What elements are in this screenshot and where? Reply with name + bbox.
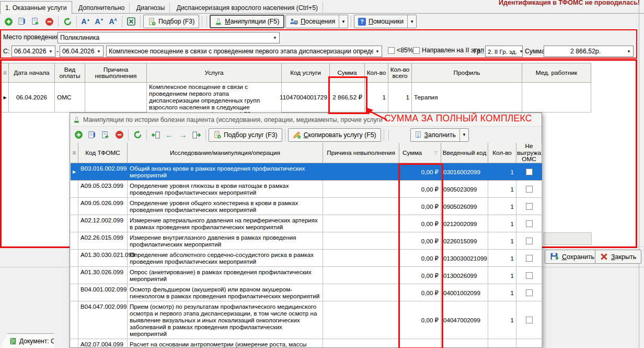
refresh-icon[interactable] xyxy=(131,129,144,141)
cell-reason[interactable] xyxy=(323,198,399,215)
chevron-down-icon[interactable]: ▼ xyxy=(373,49,380,54)
cell-reason[interactable] xyxy=(323,339,399,347)
chevron-down-icon[interactable]: ▼ xyxy=(625,49,631,54)
cell-entered-code[interactable]: 0212002099 xyxy=(441,215,488,232)
cell-tfoms-code[interactable]: A01.30.030.021.099 xyxy=(78,250,128,267)
service-combobox[interactable]: Комплексное посещение в связи с проведен… xyxy=(106,46,382,57)
cell-entered-code[interactable]: 04047002099 xyxy=(441,301,488,339)
cell-name[interactable]: Измерение артериального давления на пери… xyxy=(128,215,323,232)
save-icon[interactable] xyxy=(29,15,42,28)
cell-name[interactable]: Осмотр фельдшером (акушеркой) или врачом… xyxy=(128,284,323,301)
cell-qty[interactable]: 1 xyxy=(488,301,516,339)
cell-sum[interactable]: 0,00 ₽ xyxy=(399,301,441,339)
cell-code[interactable]: 11047004001729 xyxy=(282,83,330,113)
cell-name[interactable]: Определение уровня общего холестерина в … xyxy=(128,198,323,215)
cell-tfoms-code[interactable]: A01.30.026.099 xyxy=(78,267,128,284)
manipulation-row[interactable]: A01.30.030.021.099 Определение абсолютно… xyxy=(71,250,542,267)
col-header-date[interactable]: Дата начала xyxy=(9,63,55,83)
manipulation-row[interactable]: A09.05.026.099 Определение уровня общего… xyxy=(71,198,542,215)
tab-additional[interactable]: Дополнительно xyxy=(74,2,130,14)
oms-flag-checkbox[interactable] xyxy=(526,255,533,262)
date-from-picker[interactable]: 06.04.2026 ▼ xyxy=(12,46,55,57)
helpers-button[interactable]: ? Помощники xyxy=(354,15,407,28)
manipulation-row[interactable]: A02.07.004.099 Расчет на основании антро… xyxy=(71,339,542,347)
fill-dropdown-arrow[interactable]: ▼ xyxy=(459,129,468,141)
visits-button[interactable]: Посещения xyxy=(286,15,339,28)
cell-sum[interactable]: 0,00 ₽ xyxy=(399,284,441,301)
cell-reason[interactable] xyxy=(323,267,399,284)
cell-qty[interactable]: 1 xyxy=(488,198,516,215)
cell-tfoms-code[interactable]: A02.12.002.099 xyxy=(78,215,128,232)
copy-icon[interactable] xyxy=(16,15,28,28)
cell-reason[interactable] xyxy=(323,301,399,339)
cell-name[interactable]: Определение абсолютного сердечно-сосудис… xyxy=(128,250,323,267)
cell-reason[interactable] xyxy=(323,181,399,198)
oms-flag-checkbox[interactable] xyxy=(526,289,533,296)
save-button[interactable]: Сохранить xyxy=(545,250,600,264)
copy-icon[interactable] xyxy=(86,129,98,141)
tab-diagnoses[interactable]: Диагнозы xyxy=(132,2,170,14)
col-header-worker[interactable]: Мед. работник xyxy=(522,63,591,83)
cell-entered-code[interactable]: 0130026099 xyxy=(441,267,488,284)
cell-tfoms-code[interactable]: B04.001.002.099 xyxy=(78,284,128,301)
cell-worker[interactable] xyxy=(522,83,591,113)
cell-reason[interactable] xyxy=(323,232,399,250)
cell-qty[interactable]: 1 xyxy=(365,83,388,113)
dialog-podbor-button[interactable]: Подбор услуг (F3) xyxy=(209,128,282,142)
visits-dropdown-arrow[interactable]: ▼ xyxy=(339,15,348,28)
oms-flag-checkbox[interactable] xyxy=(526,169,533,175)
fill-button[interactable]: Заполнить xyxy=(411,129,459,141)
cell-sum[interactable]: 0,00 ₽ xyxy=(399,250,441,267)
cell-qty[interactable]: 1 xyxy=(488,181,516,198)
checkbox-box[interactable] xyxy=(388,47,395,54)
save-icon[interactable] xyxy=(99,129,112,141)
sum-combobox[interactable]: 2 866,52р. ▼ xyxy=(544,46,634,57)
cell-sum[interactable]: 0,00 ₽ xyxy=(399,267,441,284)
manipulation-row[interactable]: B04.047.002.099 Прием (осмотр) по резуль… xyxy=(71,301,542,339)
cell-entered-code[interactable]: 0226015099 xyxy=(441,232,488,250)
col-header-flag[interactable]: Не выгружа ОМС xyxy=(516,143,542,163)
col-header-profile[interactable]: Профиль xyxy=(412,63,522,83)
cell-tfoms-code[interactable]: B03.016.002.099 xyxy=(78,163,128,181)
col-header-code[interactable]: Код услуги xyxy=(282,63,330,83)
col-header-service[interactable]: Услуга xyxy=(147,63,282,83)
oms-flag-checkbox[interactable] xyxy=(526,317,533,323)
col-header-qty-total[interactable]: Кол-во всего xyxy=(388,63,412,83)
cell-service[interactable]: Комплексное посещение в связи с проведен… xyxy=(147,83,282,113)
col-header-sum[interactable]: Сумма xyxy=(330,63,365,83)
font-increase-icon[interactable]: A▲ xyxy=(79,15,92,28)
cell-tfoms-code[interactable]: A02.07.004.099 xyxy=(78,339,128,347)
oms-flag-checkbox[interactable] xyxy=(526,238,533,244)
oms-flag-checkbox[interactable] xyxy=(526,220,533,227)
cell-tfoms-code[interactable]: A09.05.026.099 xyxy=(78,198,128,215)
cell-name[interactable]: Определение уровня глюкозы в крови натощ… xyxy=(128,181,323,198)
manipulation-row[interactable]: A02.26.015.099 Измерение внутриглазного … xyxy=(71,232,542,250)
cell-sum[interactable]: 0,00 ₽ xyxy=(399,339,441,347)
cell-tfoms-code[interactable]: B04.047.002.099 xyxy=(78,301,128,339)
date-to-picker[interactable]: 06.04.2026 ▼ xyxy=(60,46,104,57)
cell-qty[interactable]: 1 xyxy=(488,339,516,347)
cell-qty[interactable]: 1 xyxy=(488,250,516,267)
manipulation-row[interactable]: A01.30.026.099 Опрос (анкетирование) в р… xyxy=(71,267,542,284)
cell-name[interactable]: Прием (осмотр) по результатам профилакти… xyxy=(128,301,323,339)
cell-payment[interactable]: ОМС xyxy=(55,83,85,113)
cell-profile[interactable]: Терапия xyxy=(412,83,522,113)
cell-reason[interactable] xyxy=(323,250,399,267)
cell-reason[interactable] xyxy=(323,215,399,232)
cell-qty[interactable]: 1 xyxy=(488,163,516,181)
checkbox-box[interactable] xyxy=(413,47,420,54)
cell-sum[interactable]: 0,00 ₽ xyxy=(399,181,441,198)
cell-sum[interactable]: 0,00 ₽ xyxy=(399,198,441,215)
first-record-icon[interactable] xyxy=(150,129,162,141)
cell-entered-code[interactable]: 03016002099 xyxy=(441,163,488,181)
font-decrease-icon[interactable]: A▼ xyxy=(93,15,106,28)
cell-entered-code[interactable]: 0905026099 xyxy=(441,198,488,215)
col-header-payment[interactable]: Вид оплаты xyxy=(55,63,85,83)
manipulations-button[interactable]: Манипуляции (F5) xyxy=(210,15,284,28)
chevron-down-icon[interactable]: ▼ xyxy=(517,49,523,54)
tab-services[interactable]: 1. Оказанные услуги xyxy=(0,1,72,14)
cell-entered-code[interactable]: 0130030021099 xyxy=(441,250,488,267)
col-header-reason[interactable]: Причина невыполнения xyxy=(323,143,399,163)
cell-date[interactable]: 06.04.2026 xyxy=(9,83,55,113)
delete-icon[interactable] xyxy=(43,15,55,28)
